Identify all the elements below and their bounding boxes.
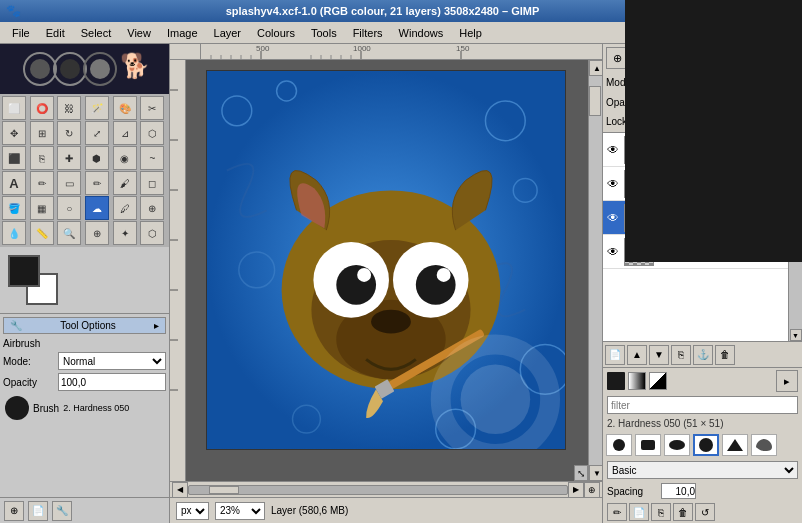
tool-paintbrush[interactable]: 🖌: [113, 171, 137, 195]
tool-perspective-clone[interactable]: ⬢: [85, 146, 109, 170]
menu-select[interactable]: Select: [73, 25, 120, 41]
brush-item[interactable]: [635, 434, 661, 456]
tool-crop[interactable]: ⬛: [2, 146, 26, 170]
new-layer-btn[interactable]: 📄: [605, 345, 625, 365]
tool-color-select[interactable]: 🎨: [113, 96, 137, 120]
brush-edit-btn[interactable]: ✏: [607, 503, 627, 521]
tool-align[interactable]: ⊞: [30, 121, 54, 145]
brushes-menu-arrow[interactable]: ▸: [776, 370, 798, 392]
tool-options-header[interactable]: 🔧 Tool Options ▸: [3, 317, 166, 334]
tool-move[interactable]: ✥: [2, 121, 26, 145]
tool-colorpicker[interactable]: 💧: [2, 221, 26, 245]
tool-scale[interactable]: ⤢: [85, 121, 109, 145]
tool-scissors[interactable]: ✂: [140, 96, 164, 120]
tool-airbrush[interactable]: ☁: [85, 196, 109, 220]
tool-clone2[interactable]: ⊕: [140, 196, 164, 220]
layers-scrollbar: 👁 Laye Laye 👁 Clipboard: [603, 133, 802, 341]
brush-refresh-btn[interactable]: ↺: [695, 503, 715, 521]
canvas-corner-resize[interactable]: ⤡: [574, 465, 588, 481]
brush-item[interactable]: [664, 434, 690, 456]
canvas-scroll-area[interactable]: ▲ ▼ ⤡: [186, 60, 602, 481]
tool-path[interactable]: ✏: [30, 171, 54, 195]
tool-shear[interactable]: ⊿: [113, 121, 137, 145]
tool-options-collapse[interactable]: ▸: [154, 320, 159, 331]
hscroll-track[interactable]: [188, 485, 568, 495]
brush-filter-input[interactable]: [607, 396, 798, 414]
tool-clone[interactable]: ⎘: [30, 146, 54, 170]
tool-fuzzy-select[interactable]: 🪄: [85, 96, 109, 120]
brush-item[interactable]: [606, 434, 632, 456]
lower-layer-btn[interactable]: ▼: [649, 345, 669, 365]
brush-item-active[interactable]: [693, 434, 719, 456]
tool-rotate[interactable]: ↻: [57, 121, 81, 145]
menu-image[interactable]: Image: [159, 25, 206, 41]
brushes-filter: [603, 394, 802, 416]
foreground-color[interactable]: [8, 255, 40, 287]
anchor-layer-btn[interactable]: ⚓: [693, 345, 713, 365]
bottom-icon-1[interactable]: ⊕: [4, 501, 24, 521]
layer-visibility-btn[interactable]: 👁: [605, 142, 621, 158]
tool-free-select[interactable]: ⛓: [57, 96, 81, 120]
mode-select[interactable]: Normal: [58, 352, 166, 370]
vertical-scrollbar[interactable]: ▲ ▼: [588, 60, 602, 481]
menu-filters[interactable]: Filters: [345, 25, 391, 41]
tool-ellipse-select[interactable]: ⭕: [30, 96, 54, 120]
menu-help[interactable]: Help: [451, 25, 490, 41]
layer-visibility-btn[interactable]: 👁: [605, 244, 621, 260]
scroll-down-arrow[interactable]: ▼: [589, 465, 602, 481]
tool-ink[interactable]: 🖊: [113, 196, 137, 220]
brush-new-btn[interactable]: 📄: [629, 503, 649, 521]
menu-tools[interactable]: Tools: [303, 25, 345, 41]
tool-extra1[interactable]: ✦: [113, 221, 137, 245]
menu-windows[interactable]: Windows: [391, 25, 452, 41]
menu-edit[interactable]: Edit: [38, 25, 73, 41]
svg-text:150: 150: [456, 44, 470, 53]
menu-colours[interactable]: Colours: [249, 25, 303, 41]
brush-copy-btn[interactable]: ⎘: [651, 503, 671, 521]
unit-select[interactable]: px: [176, 502, 209, 520]
menu-layer[interactable]: Layer: [206, 25, 250, 41]
preset-select[interactable]: Basic: [607, 461, 798, 479]
tool-smudge[interactable]: ~: [140, 146, 164, 170]
opacity-value[interactable]: 100,0: [58, 373, 166, 391]
menu-file[interactable]: File: [4, 25, 38, 41]
tool-rect-fill[interactable]: ▭: [57, 171, 81, 195]
tool-eraser[interactable]: ◻: [140, 171, 164, 195]
vscroll-thumb[interactable]: [589, 86, 601, 116]
layer-item[interactable]: 👁 Laye Laye: [603, 133, 788, 167]
duplicate-layer-btn[interactable]: ⎘: [671, 345, 691, 365]
zoom-select[interactable]: 23%: [215, 502, 265, 520]
horizontal-scrollbar[interactable]: ◀ ▶ ⊕: [170, 481, 602, 497]
tool-text[interactable]: A: [2, 171, 26, 195]
brush-item[interactable]: [722, 434, 748, 456]
tool-zoom[interactable]: 🔍: [57, 221, 81, 245]
delete-layer-btn[interactable]: 🗑: [715, 345, 735, 365]
tool-rect-select[interactable]: ⬜: [2, 96, 26, 120]
tool-dodge[interactable]: ○: [57, 196, 81, 220]
bottom-icon-2[interactable]: 📄: [28, 501, 48, 521]
menu-view[interactable]: View: [119, 25, 159, 41]
tool-measure[interactable]: 📏: [30, 221, 54, 245]
spacing-spinbox[interactable]: 10,0: [661, 483, 696, 499]
brush-delete-btn[interactable]: 🗑: [673, 503, 693, 521]
brushes-panel: ▸ 2. Hardness 050 (51 × 51): [603, 367, 802, 523]
tool-perspective[interactable]: ⬡: [140, 121, 164, 145]
svg-point-49: [357, 268, 371, 282]
tool-blur[interactable]: ◉: [113, 146, 137, 170]
layer-visibility-btn[interactable]: 👁: [605, 176, 621, 192]
bottom-icon-3[interactable]: 🔧: [52, 501, 72, 521]
raise-layer-btn[interactable]: ▲: [627, 345, 647, 365]
brush-item[interactable]: [751, 434, 777, 456]
tool-magnify[interactable]: ⊕: [85, 221, 109, 245]
tool-pencil[interactable]: ✏: [85, 171, 109, 195]
scroll-right-arrow[interactable]: ▶: [568, 482, 584, 498]
color-squares[interactable]: [8, 255, 58, 305]
tool-gradient[interactable]: ▦: [30, 196, 54, 220]
tool-bucket[interactable]: 🪣: [2, 196, 26, 220]
scroll-up-arrow[interactable]: ▲: [589, 60, 602, 76]
hscroll-thumb[interactable]: [209, 486, 239, 494]
tool-healing[interactable]: ✚: [57, 146, 81, 170]
tool-extra2[interactable]: ⬡: [140, 221, 164, 245]
scroll-left-arrow[interactable]: ◀: [172, 482, 188, 498]
layer-visibility-btn[interactable]: 👁: [605, 210, 621, 226]
